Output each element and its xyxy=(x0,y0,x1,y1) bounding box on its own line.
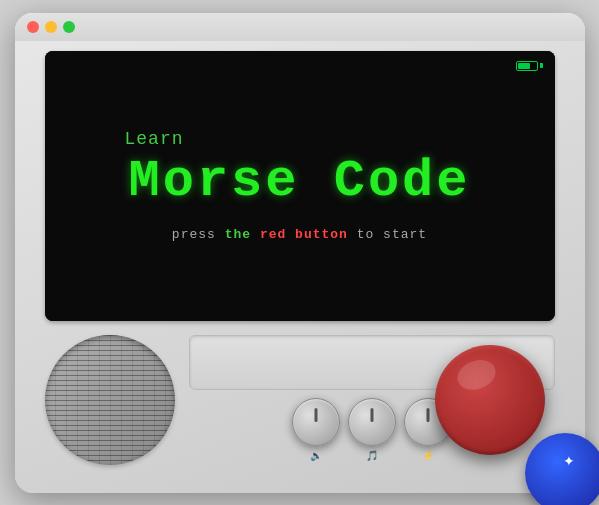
tone-knob-group: 🎵 xyxy=(348,398,396,461)
screen-learn-label: Learn xyxy=(125,129,184,149)
volume-knob[interactable] xyxy=(292,398,340,446)
speaker xyxy=(45,335,175,465)
close-button[interactable] xyxy=(27,21,39,33)
star-icon: ✦ xyxy=(563,453,575,469)
battery-body xyxy=(516,61,538,71)
battery-fill xyxy=(518,63,531,69)
maximize-button[interactable] xyxy=(63,21,75,33)
tone-knob[interactable] xyxy=(348,398,396,446)
battery-indicator xyxy=(516,61,543,71)
tone-icon: 🎵 xyxy=(366,450,378,461)
red-start-button[interactable] xyxy=(435,345,545,455)
battery-tip xyxy=(540,63,543,68)
screen-title: Morse Code xyxy=(128,153,470,210)
volume-icon: 🔈 xyxy=(310,450,322,461)
subtitle-red-button: red button xyxy=(260,227,348,242)
bottom-panel: 🔈 🎵 ⚡ xyxy=(45,335,555,465)
title-bar xyxy=(15,13,585,41)
minimize-button[interactable] xyxy=(45,21,57,33)
screen-content: Learn Morse Code press the red button to… xyxy=(45,51,555,321)
volume-knob-group: 🔈 xyxy=(292,398,340,461)
device-shell: Learn Morse Code press the red button to… xyxy=(15,13,585,493)
screen-bezel: Learn Morse Code press the red button to… xyxy=(45,51,555,321)
subtitle-the: the xyxy=(225,227,251,242)
screen-subtitle: press the red button to start xyxy=(172,227,427,242)
speaker-grille xyxy=(45,335,175,465)
